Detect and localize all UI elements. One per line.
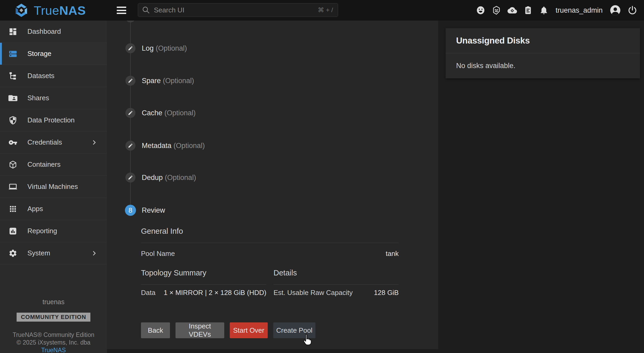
jobs-clipboard-icon[interactable] [523, 6, 533, 15]
storage-icon [8, 49, 17, 58]
user-avatar-icon[interactable] [609, 4, 621, 16]
search-box[interactable]: ⌘ + / [138, 3, 338, 17]
bar-chart-icon [8, 227, 17, 236]
truenas-link[interactable]: TrueNAS [0, 346, 107, 353]
datasets-tree-icon [8, 71, 17, 80]
divider [141, 284, 266, 285]
capacity-value: 128 GiB [274, 289, 399, 297]
wizard-button-row: Back Inspect VDEVs Start Over Create Poo… [141, 322, 315, 338]
pool-name-value: tank [141, 250, 399, 258]
step-circle-cutoff [125, 21, 135, 22]
notifications-bell-icon[interactable] [539, 6, 549, 15]
truenas-logo-icon [14, 3, 29, 17]
search-icon [142, 6, 150, 14]
truenas-logo[interactable]: TrueNAS [14, 0, 86, 21]
sidebar-item-storage[interactable]: Storage [0, 43, 107, 65]
sidebar-footer: truenas COMMUNITY EDITION TrueNAS® Commu… [0, 298, 107, 353]
sidebar-item-label: Dashboard [27, 27, 61, 36]
step-edit-cache-button[interactable] [125, 108, 135, 118]
general-info-heading: General Info [141, 227, 183, 236]
dashboard-icon [8, 27, 17, 36]
inspect-vdevs-button[interactable]: Inspect VDEVs [175, 322, 224, 338]
copyright-line2: © 2025 iXsystems, Inc. dba [0, 339, 107, 346]
apps-grid-icon [8, 204, 17, 213]
truenas-stack-icon[interactable] [492, 6, 501, 15]
divider [274, 284, 399, 285]
unassigned-disks-card: Unassigned Disks No disks available. [446, 28, 640, 78]
back-button[interactable]: Back [141, 322, 170, 338]
truenas-logo-text: TrueNAS [34, 3, 86, 18]
sidebar-item-label: Virtual Machines [27, 183, 78, 191]
copyright-line1: TrueNAS® Community Edition [0, 331, 107, 339]
pencil-icon [128, 78, 133, 83]
sidebar-item-containers[interactable]: Containers [0, 154, 107, 176]
step-edit-dedup-button[interactable] [125, 173, 135, 183]
step-label-review: Review [142, 206, 165, 215]
sidebar-item-apps[interactable]: Apps [0, 198, 107, 220]
shared-folder-icon [8, 94, 17, 103]
edition-badge: COMMUNITY EDITION [17, 313, 90, 322]
pencil-icon [128, 110, 133, 116]
start-over-button[interactable]: Start Over [230, 322, 268, 338]
sidebar-item-credentials[interactable]: Credentials [0, 131, 107, 154]
sidebar-item-label: Storage [27, 50, 51, 58]
create-pool-button[interactable]: Create Pool [273, 322, 315, 338]
sidebar-item-datasets[interactable]: Datasets [0, 65, 107, 87]
laptop-icon [8, 182, 17, 191]
top-bar: TrueNAS ⌘ + / [0, 0, 644, 21]
step-label-dedup: Dedup(Optional) [142, 173, 196, 182]
sidebar-item-dashboard[interactable]: Dashboard [0, 21, 107, 43]
step-label-metadata: Metadata(Optional) [142, 141, 205, 150]
sidebar-item-virtual-machines[interactable]: Virtual Machines [0, 176, 107, 198]
pencil-icon [128, 46, 133, 51]
details-heading: Details [274, 269, 297, 277]
sidebar-item-label: Reporting [27, 227, 57, 235]
unassigned-disks-header: Unassigned Disks [446, 28, 640, 53]
cube-icon [8, 160, 17, 169]
pool-wizard-panel: Log(Optional) Spare(Optional) Cache(Opti… [107, 21, 438, 349]
sidebar-item-label: Containers [27, 160, 61, 169]
step-label-spare: Spare(Optional) [142, 76, 194, 85]
feedback-smiley-icon[interactable] [476, 6, 485, 15]
step-number-review: 8 [125, 205, 136, 216]
sidebar-item-label: Data Protection [27, 116, 75, 124]
cloud-sync-icon[interactable] [508, 6, 517, 15]
hostname-label: truenas [0, 298, 107, 306]
no-disks-message: No disks available. [456, 62, 515, 70]
pencil-icon [128, 143, 133, 148]
sidebar-item-shares[interactable]: Shares [0, 87, 107, 109]
sidebar-nav: Dashboard Storage Datasets Shares Data [0, 21, 107, 353]
menu-toggle-icon[interactable] [117, 7, 126, 14]
sidebar-item-label: Credentials [27, 138, 62, 146]
search-input[interactable] [153, 6, 318, 15]
chevron-right-icon [91, 250, 97, 257]
sidebar-item-label: System [27, 249, 50, 257]
sidebar-item-reporting[interactable]: Reporting [0, 220, 107, 242]
step-label-cache: Cache(Optional) [142, 108, 196, 117]
sidebar-item-data-protection[interactable]: Data Protection [0, 109, 107, 131]
step-edit-log-button[interactable] [125, 43, 135, 53]
key-icon [8, 138, 17, 147]
pencil-icon [128, 175, 133, 180]
gear-icon [8, 249, 17, 258]
sidebar-item-label: Datasets [27, 72, 55, 80]
username-label: truenas_admin [555, 6, 603, 15]
shield-icon [8, 116, 17, 125]
step-label-log: Log(Optional) [142, 44, 187, 53]
unassigned-disks-title: Unassigned Disks [456, 36, 530, 46]
sidebar-item-label: Shares [27, 94, 49, 102]
sidebar-item-label: Apps [27, 205, 43, 213]
divider [141, 243, 399, 243]
step-edit-metadata-button[interactable] [125, 141, 135, 151]
topology-summary-heading: Topology Summary [141, 269, 206, 277]
data-vdev-value: 1 × MIRROR | 2 × 128 GiB (HDD) [141, 289, 266, 297]
power-icon[interactable] [627, 5, 637, 15]
step-edit-spare-button[interactable] [125, 76, 135, 86]
sidebar-item-system[interactable]: System [0, 242, 107, 264]
search-shortcut-hint: ⌘ + / [318, 6, 333, 14]
chevron-right-icon [91, 139, 97, 146]
